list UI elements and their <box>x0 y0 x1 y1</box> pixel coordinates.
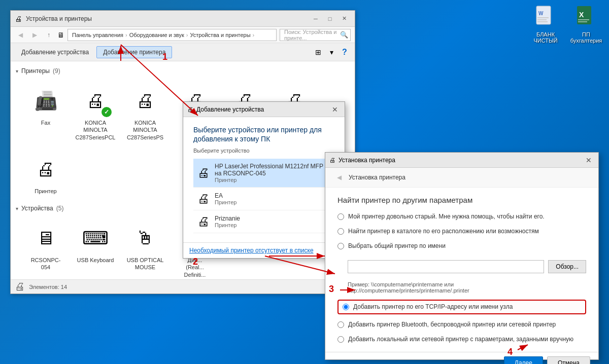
add-device-title-left: 🖨 Добавление устройства <box>187 106 264 113</box>
printers-count: (9) <box>53 67 60 75</box>
forward-button[interactable]: ▶ <box>29 29 40 41</box>
konica2-icon-wrap: 🖨 <box>129 85 161 117</box>
add-device-dialog-icon: 🖨 <box>187 106 193 113</box>
svg-rect-4 <box>537 19 547 20</box>
missing-printer-link[interactable]: Необходимый принтер отсутствует в списке <box>189 247 314 254</box>
window-titlebar: 🖨 Устройства и принтеры ─ □ ✕ <box>11 11 355 27</box>
device-mouse[interactable]: 🖱 USB OPTICALMOUSE <box>122 218 168 279</box>
hp-printer-icon: 🖨 <box>197 166 210 180</box>
search-icon[interactable]: 🔍 <box>340 31 348 39</box>
add-device-button[interactable]: Добавление устройства <box>15 46 95 58</box>
ea-printer-info: EA Принтер <box>215 192 236 205</box>
priznanie-printer-name: Priznanie <box>215 215 240 222</box>
blank-doc-icon: W <box>533 5 558 29</box>
device-rcsonpc[interactable]: 🖥 RCSONPC-054 <box>23 218 69 279</box>
radio-input-2[interactable] <box>337 228 344 235</box>
radio-input-5[interactable] <box>337 321 344 328</box>
device-fax[interactable]: 📠 Fax <box>23 81 69 145</box>
next-button[interactable]: Далее <box>504 356 543 364</box>
add-printer-button[interactable]: Добавление принтера <box>96 46 172 58</box>
excel-icon-label: ПП бухгалтерия <box>568 31 604 44</box>
hp-printer-name: HP LaserJet Professional M1212nf MFP на … <box>215 163 330 177</box>
radio-option-2[interactable]: Найти принтер в каталоге по его располож… <box>337 227 586 236</box>
install-back-button[interactable]: ◀ <box>333 172 345 183</box>
status-bar: 🖨 Элементов: 14 <box>11 279 355 294</box>
close-button[interactable]: ✕ <box>337 14 351 24</box>
path-input[interactable] <box>348 260 544 273</box>
hp-printer-info: HP LaserJet Professional M1212nf MFP на … <box>215 163 330 183</box>
install-main-title: Найти принтер по другим параметрам <box>337 196 586 204</box>
desktop-icon-blank[interactable]: W БЛАНК ЧИСТЫЙ <box>528 5 563 44</box>
fax-icon: 📠 <box>35 90 57 112</box>
add-device-close-button[interactable]: ✕ <box>329 105 341 114</box>
svg-rect-9 <box>578 21 587 22</box>
help-button[interactable]: ? <box>339 46 351 58</box>
ea-printer-type: Принтер <box>215 199 236 205</box>
install-dialog-icon: 🖨 <box>329 157 335 164</box>
priznanie-printer-icon: 🖨 <box>197 214 210 229</box>
path-input-group: Обзор... <box>348 260 586 273</box>
radio-option-5[interactable]: Добавить принтер Bluetooth, беспроводной… <box>337 320 586 329</box>
back-button[interactable]: ◀ <box>15 29 26 41</box>
search-bar: Поиск: Устройства и принте... 🔍 <box>280 29 351 41</box>
hp-printer-type: Принтер <box>215 177 330 183</box>
cancel-button[interactable]: Отмена <box>547 356 590 364</box>
konica1-check-badge: ✓ <box>101 107 112 117</box>
radio-label-1: Мой принтер довольно старый. Мне нужна п… <box>348 212 545 221</box>
konica1-label: KONICAMINOLTAC287SeriesPCL <box>76 119 116 141</box>
view-tiles-button[interactable]: ⊞ <box>312 46 324 58</box>
mouse-icon-wrap: 🖱 <box>129 222 161 254</box>
add-device-dialog-title: Добавление устройства <box>196 106 264 113</box>
install-title-left: 🖨 Установка принтера <box>329 157 395 164</box>
install-footer: Далее Отмена <box>325 352 598 364</box>
device-keyboard[interactable]: ⌨ USB Keyboard <box>73 218 118 279</box>
install-dialog-title: Установка принтера <box>339 157 395 164</box>
radio-input-3[interactable] <box>337 243 344 249</box>
radio-option-1[interactable]: Мой принтер довольно старый. Мне нужна п… <box>337 212 586 221</box>
install-close-button[interactable]: ✕ <box>583 156 594 165</box>
svg-rect-3 <box>537 17 549 18</box>
printer6-label: Принтер <box>35 188 56 195</box>
radio-input-1[interactable] <box>337 213 344 220</box>
toolbar: Добавление устройства Добавление принтер… <box>11 43 355 61</box>
radio-option-6[interactable]: Добавить локальный или сетевой принтер с… <box>337 335 586 344</box>
radio-option-4[interactable]: Добавить принтер по его TCP/IP-адресу ил… <box>337 300 586 314</box>
breadcrumb-part2[interactable]: Оборудование и звук <box>129 32 184 38</box>
window-title: Устройства и принтеры <box>26 15 92 22</box>
maximize-button[interactable]: □ <box>323 14 336 24</box>
titlebar-controls: ─ □ ✕ <box>309 14 351 24</box>
desktop-icon-excel[interactable]: X ПП бухгалтерия <box>568 5 604 44</box>
device-printer6[interactable]: 🖨 Принтер <box>23 149 69 199</box>
printer-list-item-priznanie[interactable]: 🖨 Priznanie Принтер <box>193 210 334 233</box>
printer-list-item-ea[interactable]: 🖨 EA Принтер <box>193 188 334 210</box>
up-button[interactable]: ↑ <box>43 29 54 41</box>
devices-window-icon: 🖨 <box>15 15 23 23</box>
printer-list-item-hp[interactable]: 🖨 HP LaserJet Professional M1212nf MFP н… <box>193 159 334 188</box>
mouse-icon: 🖱 <box>136 228 154 249</box>
desktop: W БЛАНК ЧИСТЫЙ X ПП бухгалтерия <box>0 0 609 364</box>
radio-option-3[interactable]: Выбрать общий принтер по имени <box>337 242 586 250</box>
view-dropdown-button[interactable]: ▾ <box>325 46 337 58</box>
konica2-printer-icon: 🖨 <box>136 90 154 112</box>
svg-rect-5 <box>537 21 548 22</box>
priznanie-printer-info: Priznanie Принтер <box>215 215 240 228</box>
breadcrumb-part1[interactable]: Панель управления <box>72 32 123 38</box>
printer6-icon: 🖨 <box>37 159 55 180</box>
device-konica2[interactable]: 🖨 KONICAMINOLTAC287SeriesPS <box>122 81 168 145</box>
install-content: Найти принтер по другим параметрам Мой п… <box>325 188 598 352</box>
install-nav: ◀ Установка принтера <box>325 168 598 188</box>
printers-section-header[interactable]: ▾ Принтеры (9) <box>15 65 351 77</box>
rcsonpc-icon-wrap: 🖥 <box>29 222 62 254</box>
radio-input-4[interactable] <box>343 304 349 310</box>
browse-button[interactable]: Обзор... <box>548 260 586 273</box>
radio-input-6[interactable] <box>337 336 344 343</box>
breadcrumb-sep3: › <box>253 32 255 38</box>
minimize-button[interactable]: ─ <box>309 14 322 24</box>
breadcrumb-part3[interactable]: Устройства и принтеры <box>190 32 250 38</box>
add-device-dialog: 🖨 Добавление устройства ✕ Выберите устро… <box>183 101 345 259</box>
device-konica1[interactable]: 🖨 ✓ KONICAMINOLTAC287SeriesPCL <box>73 81 118 145</box>
rcsonpc-label: RCSONPC-054 <box>27 257 64 271</box>
add-device-content: Выберите устройство или принтер для доба… <box>183 117 345 242</box>
radio-label-3: Выбрать общий принтер по имени <box>348 242 446 250</box>
status-device-icon: 🖨 <box>15 281 25 293</box>
